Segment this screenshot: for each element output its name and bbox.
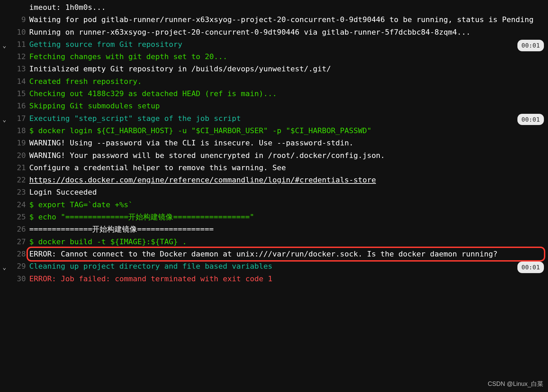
log-text: ERROR: Job failed: command terminated wi…: [29, 274, 272, 283]
log-text: WARNING! Your password will be stored un…: [29, 151, 385, 160]
log-text: Running on runner-x63xsyog--project-20-c…: [29, 28, 470, 36]
log-content: WARNING! Your password will be stored un…: [29, 149, 544, 162]
log-content: $ docker login ${CI_HARBOR_HOST} -u "$CI…: [29, 125, 544, 137]
log-line: 15Checking out 4188c329 as detached HEAD…: [0, 88, 548, 100]
line-number[interactable]: 28: [0, 248, 29, 260]
line-number[interactable]: 10: [0, 26, 29, 38]
log-line: 12Fetching changes with git depth set to…: [0, 51, 548, 63]
log-text: imeout: 1h0m0s...: [29, 3, 106, 12]
line-number[interactable]: 19: [0, 137, 29, 149]
log-content: Configure a credential helper to remove …: [29, 162, 544, 174]
log-content: Checking out 4188c329 as detached HEAD (…: [29, 88, 544, 100]
log-content: Initialized empty Git repository in /bui…: [29, 63, 544, 75]
line-number[interactable]: 27: [0, 236, 29, 248]
log-line: 21Configure a credential helper to remov…: [0, 162, 548, 174]
log-text: Fetching changes with git depth set to 2…: [29, 52, 227, 61]
line-number[interactable]: 23: [0, 186, 29, 198]
log-content: Created fresh repository.: [29, 75, 544, 88]
log-line: 27$ docker build -t ${IMAGE}:${TAG} .: [0, 236, 548, 248]
log-text: Configure a credential helper to remove …: [29, 163, 286, 172]
log-text: Getting source from Git repository: [29, 40, 182, 49]
log-content: $ echo "==============开始构建镜像============…: [29, 211, 544, 223]
line-number[interactable]: 21: [0, 162, 29, 174]
log-line: 18$ docker login ${CI_HARBOR_HOST} -u "$…: [0, 125, 548, 137]
line-number[interactable]: 30: [0, 273, 29, 285]
watermark-text: CSDN @Linux_白菜: [488, 379, 543, 389]
docs-link[interactable]: https://docs.docker.com/engine/reference…: [29, 176, 376, 184]
log-content: $ export TAG=`date +%s`: [29, 199, 544, 211]
log-text: ERROR: Cannot connect to the Docker daem…: [29, 250, 498, 258]
line-number[interactable]: 24: [0, 199, 29, 211]
log-line: 24$ export TAG=`date +%s`: [0, 199, 548, 211]
log-text: Login Succeeded: [29, 188, 97, 196]
log-text: $ echo "==============开始构建镜像============…: [29, 213, 254, 221]
log-text: $ export TAG=`date +%s`: [29, 200, 133, 209]
line-number[interactable]: 15: [0, 88, 29, 100]
log-line: imeout: 1h0m0s...: [0, 1, 548, 14]
log-content: WARNING! Using --password via the CLI is…: [29, 137, 544, 149]
line-number[interactable]: 13: [0, 63, 29, 75]
log-content: Login Succeeded: [29, 186, 544, 198]
log-line: ⌄17Executing "step_script" stage of the …: [0, 112, 548, 125]
log-line: 9Waiting for pod gitlab-runner/runner-x6…: [0, 14, 548, 26]
log-text: WARNING! Using --password via the CLI is…: [29, 139, 354, 147]
log-text: Checking out 4188c329 as detached HEAD (…: [29, 89, 277, 98]
line-number[interactable]: 18: [0, 125, 29, 137]
log-line: 25$ echo "==============开始构建镜像==========…: [0, 211, 548, 223]
line-number[interactable]: 16: [0, 100, 29, 112]
log-text: Cleaning up project directory and file b…: [29, 262, 272, 270]
log-line: 26==============开始构建镜像=================: [0, 223, 548, 235]
log-line: 22https://docs.docker.com/engine/referen…: [0, 174, 548, 186]
log-line: ⌄11Getting source from Git repository00:…: [0, 38, 548, 51]
log-content: Waiting for pod gitlab-runner/runner-x63…: [29, 14, 544, 26]
log-text: ==============开始构建镜像=================: [29, 225, 214, 233]
line-number[interactable]: 9: [0, 14, 29, 26]
chevron-down-icon[interactable]: ⌄: [1, 40, 8, 51]
log-content: $ docker build -t ${IMAGE}:${TAG} .: [29, 236, 544, 248]
log-line: ⌄29Cleaning up project directory and fil…: [0, 260, 548, 272]
section-duration-badge: 00:01: [517, 262, 544, 273]
log-content: ERROR: Job failed: command terminated wi…: [29, 273, 544, 285]
section-duration-badge: 00:01: [517, 40, 544, 51]
line-number[interactable]: 22: [0, 174, 29, 186]
log-content: Cleaning up project directory and file b…: [29, 260, 544, 272]
log-content: ERROR: Cannot connect to the Docker daem…: [29, 248, 544, 260]
log-line: 20WARNING! Your password will be stored …: [0, 149, 548, 162]
chevron-down-icon[interactable]: ⌄: [1, 262, 8, 272]
log-text: Skipping Git submodules setup: [29, 102, 160, 110]
log-text: $ docker build -t ${IMAGE}:${TAG} .: [29, 237, 187, 246]
log-line: 30ERROR: Job failed: command terminated …: [0, 273, 548, 285]
log-content: Running on runner-x63xsyog--project-20-c…: [29, 26, 544, 38]
log-text: Initialized empty Git repository in /bui…: [29, 65, 331, 73]
log-line: 23Login Succeeded: [0, 186, 548, 198]
log-content: Fetching changes with git depth set to 2…: [29, 51, 544, 63]
log-text: Executing "step_script" stage of the job…: [29, 114, 241, 123]
log-line: 19WARNING! Using --password via the CLI …: [0, 137, 548, 149]
log-line: 16Skipping Git submodules setup: [0, 100, 548, 112]
log-text: $ docker login ${CI_HARBOR_HOST} -u "$CI…: [29, 126, 372, 135]
job-log: imeout: 1h0m0s...9Waiting for pod gitlab…: [0, 0, 548, 285]
chevron-down-icon[interactable]: ⌄: [1, 114, 8, 125]
highlighted-error-line: 28ERROR: Cannot connect to the Docker da…: [0, 248, 548, 260]
log-content: https://docs.docker.com/engine/reference…: [29, 174, 544, 186]
log-content: Getting source from Git repository: [29, 38, 544, 51]
log-content: ==============开始构建镜像=================: [29, 223, 544, 235]
log-line: 13Initialized empty Git repository in /b…: [0, 63, 548, 75]
section-duration-badge: 00:01: [517, 114, 544, 125]
log-text: Waiting for pod gitlab-runner/runner-x63…: [29, 15, 533, 24]
log-content: Executing "step_script" stage of the job…: [29, 112, 544, 125]
log-content: Skipping Git submodules setup: [29, 100, 544, 112]
line-number[interactable]: 12: [0, 51, 29, 63]
line-number[interactable]: 26: [0, 223, 29, 235]
log-line: 14Created fresh repository.: [0, 75, 548, 88]
line-number[interactable]: 20: [0, 149, 29, 162]
line-number[interactable]: 14: [0, 75, 29, 88]
log-content: imeout: 1h0m0s...: [29, 1, 544, 14]
log-text: Created fresh repository.: [29, 77, 142, 86]
line-number[interactable]: 25: [0, 211, 29, 223]
log-line: 10Running on runner-x63xsyog--project-20…: [0, 26, 548, 38]
